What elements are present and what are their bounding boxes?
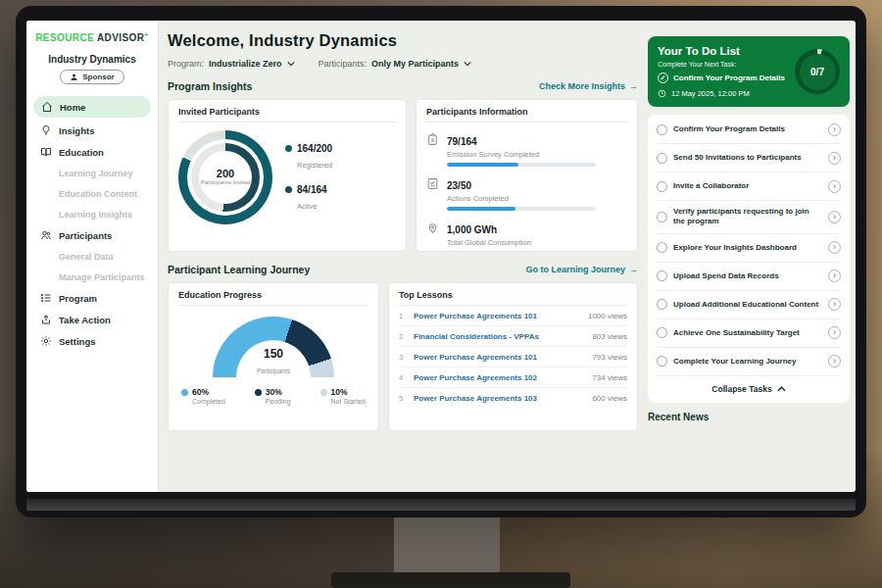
lesson-views: 734 views <box>592 373 627 382</box>
next-task-row[interactable]: ✓ Confirm Your Program Details <box>658 73 795 83</box>
link-label: Check More Insights <box>539 81 625 91</box>
lesson-row[interactable]: 1 Power Purchase Agreements 101 1000 vie… <box>399 306 627 326</box>
check-icon: ✓ <box>658 73 668 83</box>
donut-ring-inner: 200 Participants Invited <box>191 143 260 212</box>
checkbox[interactable] <box>657 356 667 367</box>
checkbox[interactable] <box>657 270 667 281</box>
sidebar-item-label: Education <box>59 147 104 158</box>
task-row[interactable]: Achieve One Sustainability Target› <box>657 319 841 348</box>
task-row[interactable]: Upload Additional Educational Content› <box>657 291 841 319</box>
sidebar-item-learning-insights[interactable]: Learning Insights <box>26 204 158 224</box>
sidebar-item-insights[interactable]: Insights <box>26 120 158 141</box>
lesson-row[interactable]: 4 Power Purchase Agreements 102 734 view… <box>399 368 627 388</box>
program-filter[interactable]: Program: Industrialize Zero <box>168 59 295 69</box>
checkbox[interactable] <box>657 212 667 222</box>
arrow-right-icon: → <box>629 265 638 274</box>
lesson-rank: 5 <box>399 394 407 403</box>
chevron-right-icon[interactable]: › <box>828 123 841 136</box>
next-task-label: Confirm Your Program Details <box>673 74 785 82</box>
lesson-title-link[interactable]: Power Purchase Agreements 101 <box>414 312 581 320</box>
task-row[interactable]: Confirm Your Program Details› <box>657 116 841 144</box>
collapse-tasks-button[interactable]: Collapse Tasks <box>657 376 841 403</box>
todo-task-list: Confirm Your Program Details› Send 50 In… <box>648 115 850 403</box>
task-label: Verify participants requesting to join t… <box>673 207 822 227</box>
lesson-row[interactable]: 3 Power Purchase Agreements 101 793 view… <box>399 347 627 368</box>
sidebar-item-settings[interactable]: Settings <box>26 330 158 352</box>
lesson-row[interactable]: 2 Financial Considerations - VPPAs 803 v… <box>399 326 627 347</box>
lesson-rank: 3 <box>399 353 407 362</box>
lesson-rank: 4 <box>399 373 407 382</box>
filters-row: Program: Industrialize Zero Participants… <box>168 59 638 69</box>
lesson-title-link[interactable]: Financial Considerations - VPPAs <box>414 332 585 341</box>
task-row[interactable]: Invite a Collaborator› <box>657 172 841 201</box>
chevron-right-icon[interactable]: › <box>828 211 841 223</box>
chevron-right-icon[interactable]: › <box>828 180 841 193</box>
link-label: Go to Learning Journey <box>525 265 625 274</box>
gauge-center: 150 Participants <box>213 348 334 377</box>
participants-filter[interactable]: Participants: Only My Participants <box>318 59 472 69</box>
legend-label: Not Started <box>331 398 366 405</box>
todo-progress-ring: 0/7 <box>795 49 840 94</box>
chevron-right-icon[interactable]: › <box>828 152 841 165</box>
sidebar-item-education[interactable]: Education <box>26 141 158 163</box>
legend-dot-active <box>285 186 292 193</box>
sidebar-item-label: Participants <box>59 230 112 241</box>
chevron-right-icon[interactable]: › <box>828 326 841 339</box>
clock-icon <box>658 89 666 98</box>
sidebar: RESOURCE ADVISOR+ Industry Dynamics Spon… <box>26 21 159 492</box>
chevron-right-icon[interactable]: › <box>828 298 841 311</box>
sidebar-item-education-content[interactable]: Education Content <box>26 183 158 204</box>
sidebar-item-learning-journey[interactable]: Learning Journey <box>26 163 158 183</box>
sidebar-item-take-action[interactable]: Take Action <box>26 309 158 330</box>
checkbox[interactable] <box>657 327 667 338</box>
task-row[interactable]: Upload Spend Data Records› <box>657 263 841 291</box>
lesson-views: 793 views <box>592 353 627 362</box>
legend-dot-pending <box>255 389 262 396</box>
checkbox[interactable] <box>657 299 667 310</box>
chevron-right-icon[interactable]: › <box>828 241 841 254</box>
screen: RESOURCE ADVISOR+ Industry Dynamics Spon… <box>26 21 856 492</box>
go-to-learning-journey-link[interactable]: Go to Learning Journey → <box>525 265 638 274</box>
sidebar-item-general-data[interactable]: General Data <box>26 246 158 267</box>
lesson-rank: 2 <box>399 332 407 341</box>
sponsor-badge[interactable]: Sponsor <box>60 70 123 84</box>
sidebar-item-program[interactable]: Program <box>26 287 158 309</box>
chevron-right-icon[interactable]: › <box>828 270 841 282</box>
checkbox[interactable] <box>657 153 667 164</box>
sponsor-row: Sponsor <box>26 70 158 84</box>
sidebar-item-home[interactable]: Home <box>33 96 151 118</box>
task-label: Upload Additional Educational Content <box>673 300 822 310</box>
logo-plus: + <box>144 31 149 38</box>
lesson-row[interactable]: 5 Power Purchase Agreements 103 600 view… <box>399 388 627 409</box>
sidebar-item-label: Settings <box>59 336 95 347</box>
checkbox[interactable] <box>657 181 667 192</box>
task-row[interactable]: Send 50 Invitations to Participants› <box>657 144 841 172</box>
sidebar-item-participants[interactable]: Participants <box>26 224 158 246</box>
legend-dot-registered <box>285 145 292 152</box>
sidebar-item-manage-participants[interactable]: Manage Participants <box>26 267 158 287</box>
task-row[interactable]: Complete Your Learning Journey› <box>657 348 841 376</box>
checkbox[interactable] <box>657 124 667 135</box>
check-more-insights-link[interactable]: Check More Insights → <box>539 81 638 91</box>
lesson-title-link[interactable]: Power Purchase Agreements 102 <box>414 373 585 382</box>
education-gauge-chart: 150 Participants <box>213 317 334 377</box>
chevron-right-icon[interactable]: › <box>828 355 841 368</box>
monitor-bezel: RESOURCE ADVISOR+ Industry Dynamics Spon… <box>16 6 866 517</box>
legend-label: Completed <box>192 398 225 405</box>
lesson-title-link[interactable]: Power Purchase Agreements 101 <box>414 353 585 362</box>
lesson-title-link[interactable]: Power Purchase Agreements 103 <box>414 394 585 403</box>
task-row[interactable]: Explore Your Insights Dashboard› <box>657 234 841 263</box>
checkbox[interactable] <box>657 242 667 253</box>
legend-item: 84/164 Active <box>285 184 332 213</box>
recent-news-title: Recent News <box>648 412 850 422</box>
main-content: Welcome, Industry Dynamics Program: Indu… <box>159 21 648 492</box>
info-label: Total Global Consumption <box>447 238 531 247</box>
clipboard-icon <box>426 132 439 145</box>
sidebar-nav: Home Insights Education Learning Journey… <box>26 96 158 352</box>
legend-dot-not-started <box>320 389 327 396</box>
sidebar-item-label: Take Action <box>59 315 111 325</box>
task-row[interactable]: Verify participants requesting to join t… <box>657 201 841 234</box>
sidebar-item-label: General Data <box>59 252 114 262</box>
info-value: 1,000 GWh <box>447 224 497 235</box>
todo-header-card: Your To Do List Complete Your Next Task:… <box>648 36 850 107</box>
